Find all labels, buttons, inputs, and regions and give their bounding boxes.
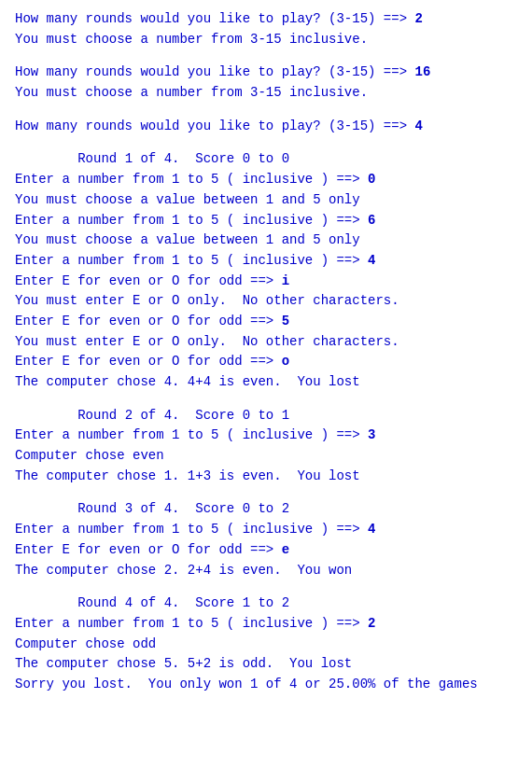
- terminal-line: Computer chose odd: [15, 635, 517, 655]
- spacer: [15, 486, 517, 499]
- user-input-value: 3: [368, 427, 375, 442]
- terminal-line: You must choose a number from 3-15 inclu…: [15, 30, 517, 50]
- terminal-line: Enter E for even or O for odd ==> o: [15, 352, 517, 372]
- terminal-line: Enter a number from 1 to 5 ( inclusive )…: [15, 170, 517, 190]
- terminal-line: Enter E for even or O for odd ==> e: [15, 540, 517, 561]
- terminal-line: Enter a number from 1 to 5 ( inclusive )…: [15, 520, 517, 540]
- terminal-line: Enter a number from 1 to 5 ( inclusive )…: [15, 211, 517, 231]
- terminal-line: You must choose a value between 1 and 5 …: [15, 230, 517, 251]
- terminal-output: How many rounds would you like to play? …: [15, 9, 517, 695]
- terminal-line: How many rounds would you like to play? …: [15, 117, 517, 137]
- user-input-value: 16: [414, 64, 430, 79]
- spacer: [15, 136, 517, 149]
- user-input-value: 4: [368, 253, 375, 268]
- terminal-line: Round 1 of 4. Score 0 to 0: [15, 149, 517, 170]
- user-input-value: 0: [368, 172, 375, 187]
- user-input-value: 4: [368, 522, 375, 537]
- terminal-line: Sorry you lost. You only won 1 of 4 or 2…: [15, 675, 517, 695]
- user-input-value: e: [282, 542, 289, 557]
- user-input-value: 6: [368, 213, 375, 228]
- terminal-line: Enter a number from 1 to 5 ( inclusive )…: [15, 614, 517, 635]
- user-input-value: 5: [282, 314, 289, 328]
- user-input-value: 2: [368, 616, 375, 631]
- terminal-line: Round 3 of 4. Score 0 to 2: [15, 499, 517, 520]
- terminal-line: How many rounds would you like to play? …: [15, 9, 517, 30]
- user-input-value: 4: [414, 119, 422, 133]
- terminal-line: The computer chose 4. 4+4 is even. You l…: [15, 372, 517, 393]
- terminal-line: Computer chose even: [15, 446, 517, 467]
- terminal-line: You must choose a number from 3-15 inclu…: [15, 83, 517, 104]
- terminal-line: The computer chose 5. 5+2 is odd. You lo…: [15, 654, 517, 675]
- terminal-line: Enter E for even or O for odd ==> 5: [15, 312, 517, 332]
- terminal-line: The computer chose 1. 1+3 is even. You l…: [15, 467, 517, 487]
- terminal-line: You must enter E or O only. No other cha…: [15, 332, 517, 353]
- spacer: [15, 104, 517, 117]
- user-input-value: o: [282, 354, 289, 369]
- terminal-line: Enter E for even or O for odd ==> i: [15, 272, 517, 292]
- spacer: [15, 580, 517, 593]
- terminal-line: Enter a number from 1 to 5 ( inclusive )…: [15, 426, 517, 446]
- user-input-value: i: [282, 273, 289, 288]
- terminal-line: Round 4 of 4. Score 1 to 2: [15, 593, 517, 614]
- terminal-line: Round 2 of 4. Score 0 to 1: [15, 406, 517, 426]
- terminal-line: You must choose a value between 1 and 5 …: [15, 190, 517, 211]
- spacer: [15, 393, 517, 406]
- spacer: [15, 49, 517, 63]
- terminal-line: Enter a number from 1 to 5 ( inclusive )…: [15, 251, 517, 272]
- user-input-value: 2: [414, 11, 422, 26]
- terminal-line: The computer chose 2. 2+4 is even. You w…: [15, 561, 517, 581]
- terminal-line: You must enter E or O only. No other cha…: [15, 291, 517, 312]
- terminal-line: How many rounds would you like to play? …: [15, 63, 517, 83]
